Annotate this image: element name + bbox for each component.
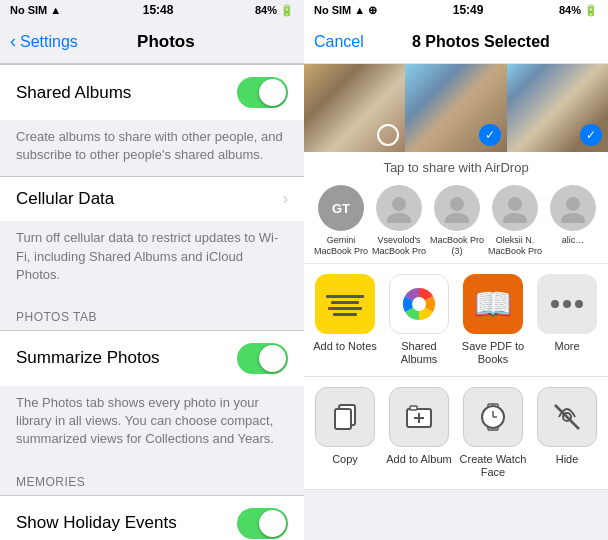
- contact-name-macbook3: MacBook Pro(3): [430, 235, 484, 257]
- holiday-events-label: Show Holiday Events: [16, 513, 177, 533]
- add-album-action[interactable]: Add to Album: [382, 387, 456, 479]
- add-to-notes-action[interactable]: Add to Notes: [308, 274, 382, 366]
- svg-rect-15: [410, 406, 417, 410]
- right-status-left: No SIM ▲ ⊕: [314, 4, 377, 17]
- contact-avatar-gt: GT: [318, 185, 364, 231]
- right-battery: 84%: [559, 4, 581, 16]
- contact-avatar-oleksii: [492, 185, 538, 231]
- dot-3: [575, 300, 583, 308]
- holiday-toggle[interactable]: [237, 508, 288, 539]
- save-pdf-action[interactable]: 📖 Save PDF to Books: [456, 274, 530, 366]
- more-label: More: [554, 340, 579, 353]
- notes-icon: [315, 274, 375, 334]
- photos-strip: ✓ ✓: [304, 64, 608, 152]
- summarize-photos-toggle[interactable]: [237, 343, 288, 374]
- hide-icon: [537, 387, 597, 447]
- holiday-events-row[interactable]: Show Holiday Events: [0, 495, 304, 541]
- svg-point-5: [503, 213, 527, 223]
- summarize-photos-row[interactable]: Summarize Photos: [0, 330, 304, 386]
- contact-macbook3[interactable]: MacBook Pro(3): [428, 185, 486, 257]
- photo-thumb-1[interactable]: [304, 64, 405, 152]
- shared-albums-description: Create albums to share with other people…: [0, 120, 304, 176]
- cellular-data-label: Cellular Data: [16, 189, 114, 209]
- svg-point-9: [412, 297, 426, 311]
- svg-point-7: [561, 213, 585, 223]
- contact-avatar-macbook3: [434, 185, 480, 231]
- actions-row-1: Add to Notes Sh: [304, 264, 608, 377]
- airdrop-label: Tap to share with AirDrop: [304, 152, 608, 179]
- share-title: 8 Photos Selected: [364, 33, 598, 51]
- right-time: 15:49: [453, 3, 484, 17]
- books-icon: 📖: [463, 274, 523, 334]
- cellular-group: Cellular Data › Turn off cellular data t…: [0, 176, 304, 296]
- contact-oleksii[interactable]: Oleksii N.MacBook Pro: [486, 185, 544, 257]
- shared-albums-label: Shared Albums: [16, 83, 131, 103]
- cellular-description: Turn off cellular data to restrict updat…: [0, 221, 304, 296]
- watch-icon: [463, 387, 523, 447]
- svg-point-3: [445, 213, 469, 223]
- toggle-knob-2: [259, 345, 286, 372]
- holiday-group: Show Holiday Events You can choose to se…: [0, 495, 304, 541]
- cancel-button[interactable]: Cancel: [314, 33, 364, 51]
- photo-check-2: ✓: [479, 124, 501, 146]
- actions-row-2: Copy Add to Album: [304, 377, 608, 490]
- left-nav-bar: ‹ Settings Photos: [0, 20, 304, 64]
- shared-albums-toggle[interactable]: [237, 77, 288, 108]
- svg-point-2: [450, 197, 464, 211]
- svg-rect-11: [335, 409, 351, 429]
- settings-page-title: Photos: [78, 32, 254, 52]
- contact-vsevolod[interactable]: Vsevolod'sMacBook Pro: [370, 185, 428, 257]
- hide-label: Hide: [556, 453, 579, 466]
- share-nav-bar: Cancel 8 Photos Selected: [304, 20, 608, 64]
- back-label[interactable]: Settings: [20, 33, 78, 51]
- left-time: 15:48: [143, 3, 174, 17]
- svg-point-0: [392, 197, 406, 211]
- copy-action[interactable]: Copy: [308, 387, 382, 479]
- photo-uncheck-1: [377, 124, 399, 146]
- summarize-description: The Photos tab shows every photo in your…: [0, 386, 304, 461]
- left-status-bar: No SIM ▲ 15:48 84% 🔋: [0, 0, 304, 20]
- contacts-row: GT GeminiMacBook Pro Vsevolod'sMacBook P…: [304, 179, 608, 264]
- chevron-right-icon: ›: [283, 190, 288, 208]
- back-button[interactable]: ‹ Settings: [10, 31, 78, 52]
- cellular-data-row[interactable]: Cellular Data ›: [0, 176, 304, 221]
- more-icon: [537, 274, 597, 334]
- contact-name-alic: alic…: [562, 235, 585, 246]
- share-panel: No SIM ▲ ⊕ 15:49 84% 🔋 Cancel 8 Photos S…: [304, 0, 608, 540]
- shared-albums-group: Shared Albums Create albums to share wit…: [0, 64, 304, 176]
- settings-panel: No SIM ▲ 15:48 84% 🔋 ‹ Settings Photos S…: [0, 0, 304, 540]
- svg-point-4: [508, 197, 522, 211]
- add-to-notes-label: Add to Notes: [313, 340, 377, 353]
- shared-albums-action-label: Shared Albums: [382, 340, 456, 366]
- shared-albums-action[interactable]: Shared Albums: [382, 274, 456, 366]
- contact-name-vsevolod: Vsevolod'sMacBook Pro: [372, 235, 426, 257]
- right-status-bar: No SIM ▲ ⊕ 15:49 84% 🔋: [304, 0, 608, 20]
- toggle-knob-3: [259, 510, 286, 537]
- left-status-right: 84% 🔋: [255, 4, 294, 17]
- contact-gt[interactable]: GT GeminiMacBook Pro: [312, 185, 370, 257]
- hide-action[interactable]: Hide: [530, 387, 604, 479]
- photos-tab-header: PHOTOS TAB: [0, 296, 304, 330]
- save-pdf-label: Save PDF to Books: [456, 340, 530, 366]
- svg-point-1: [387, 213, 411, 223]
- shared-albums-row[interactable]: Shared Albums: [0, 64, 304, 120]
- contact-alic[interactable]: alic…: [544, 185, 602, 257]
- left-carrier: No SIM: [10, 4, 47, 16]
- right-carrier: No SIM: [314, 4, 351, 16]
- toggle-knob: [259, 79, 286, 106]
- photo-check-3: ✓: [580, 124, 602, 146]
- left-battery: 84%: [255, 4, 277, 16]
- more-action[interactable]: More: [530, 274, 604, 366]
- copy-label: Copy: [332, 453, 358, 466]
- add-album-icon: [389, 387, 449, 447]
- photo-thumb-2[interactable]: ✓: [405, 64, 506, 152]
- photos-icon: [389, 274, 449, 334]
- photo-thumb-3[interactable]: ✓: [507, 64, 608, 152]
- watch-face-action[interactable]: Create Watch Face: [456, 387, 530, 479]
- contact-avatar-alic: [550, 185, 596, 231]
- right-status-right: 84% 🔋: [559, 4, 598, 17]
- left-wifi-icon: ▲: [50, 4, 61, 16]
- actions-grid: Add to Notes Sh: [304, 264, 608, 540]
- copy-icon: [315, 387, 375, 447]
- right-wifi-icon: ▲: [354, 4, 365, 16]
